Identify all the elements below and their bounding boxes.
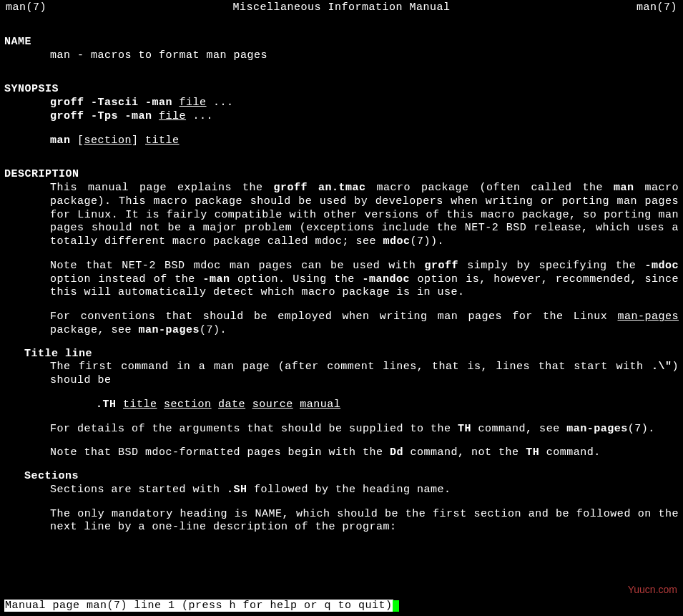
section-name-heading: NAME <box>4 36 679 49</box>
watermark-text: Yuucn.com <box>628 584 677 597</box>
desc-p2c: option instead of the <box>50 273 202 285</box>
tl-p2c: (7). <box>628 423 655 435</box>
desc-manpages-link: man-pages <box>617 311 679 323</box>
synopsis-rest-2: ... <box>186 110 213 122</box>
desc-groff-antmac: groff an.tmac <box>273 182 365 194</box>
synopsis-file-2: file <box>159 110 186 122</box>
tl-th-bold-2: TH <box>526 446 539 459</box>
desc-groff-bold: groff <box>425 260 459 272</box>
desc-manpages-ref: man-pages <box>139 324 200 336</box>
description-para-3: For conventions that should be employed … <box>4 311 679 338</box>
titleline-para-3: Note that BSD mdoc-formatted pages begin… <box>4 446 679 460</box>
th-manual: manual <box>300 399 340 411</box>
th-source: source <box>252 399 293 411</box>
sections-para-2: The only mandatory heading is NAME, whic… <box>4 508 679 535</box>
tl-dd-bold: Dd <box>390 446 403 459</box>
man-page-terminal[interactable]: man(7) Miscellaneous Information Manual … <box>0 0 683 616</box>
tl-p3b: command, not the <box>403 446 526 459</box>
header-right: man(7) <box>637 1 677 15</box>
tl-p2a: For details of the arguments that should… <box>50 423 458 435</box>
th-command-line: .TH title section date source manual <box>4 399 679 412</box>
manpage-content: man(7) Miscellaneous Information Manual … <box>0 0 683 534</box>
pager-status-text: Manual page man(7) line 1 (press h for h… <box>4 600 393 612</box>
synopsis-cmd-3: man <box>50 135 71 147</box>
desc-mdoc-ref: mdoc <box>383 235 411 248</box>
synopsis-file-1: file <box>180 97 207 109</box>
section-description-heading: DESCRIPTION <box>4 168 679 182</box>
desc-mandoc-opt: -mandoc <box>362 273 410 285</box>
section-synopsis-heading: SYNOPSIS <box>4 83 679 97</box>
tl-p2b: command, see <box>471 423 566 435</box>
desc-p2d: option. Using the <box>230 273 362 285</box>
synopsis-sp2: ] <box>132 135 145 147</box>
synopsis-cmd-1: groff -Tascii -man <box>50 97 180 109</box>
sections-para-1: Sections are started with .SH followed b… <box>4 484 679 497</box>
th-date: date <box>218 399 245 411</box>
header-left: man(7) <box>6 1 46 15</box>
sec-p1b: followed by the heading name. <box>247 484 451 496</box>
desc-p3b: package, see <box>50 324 139 336</box>
th-section: section <box>164 399 212 411</box>
synopsis-line-1: groff -Tascii -man file ... <box>4 97 679 110</box>
titleline-para-2: For details of the arguments that should… <box>4 423 679 436</box>
description-para-1: This manual page explains the groff an.t… <box>4 182 679 249</box>
synopsis-cmd-2: groff -Tps -man <box>50 110 159 122</box>
th-cmd: .TH <box>96 399 117 411</box>
tl-manpages-ref: man-pages <box>566 423 628 435</box>
synopsis-line-3: man [section] title <box>4 135 679 148</box>
header-center: Miscellaneous Information Manual <box>232 1 450 15</box>
synopsis-section: section <box>84 135 132 147</box>
synopsis-sp1: [ <box>71 135 84 147</box>
th-title: title <box>123 399 157 411</box>
desc-man-bold: man <box>614 182 634 194</box>
desc-p3a: For conventions that should be employed … <box>50 311 617 323</box>
synopsis-line-2: groff -Tps -man file ... <box>4 110 679 124</box>
tl-p3a: Note that BSD mdoc-formatted pages begin… <box>50 446 390 459</box>
name-line: man - macros to format man pages <box>4 49 679 63</box>
desc-p1d: (7)). <box>411 235 445 248</box>
desc-p3c: (7). <box>200 324 227 336</box>
sec-p1a: Sections are started with <box>50 484 227 496</box>
desc-p1a: This manual page explains the <box>50 182 273 194</box>
tl-th-bold: TH <box>458 423 471 435</box>
tl-escape: .\" <box>652 361 672 373</box>
desc-p1b: macro package (often called the <box>366 182 614 194</box>
sec-sh-bold: .SH <box>227 484 247 496</box>
subsection-titleline-heading: Title line <box>4 348 679 361</box>
synopsis-rest-1: ... <box>207 97 234 109</box>
desc-man-opt: -man <box>202 273 230 285</box>
pager-status-bar: Manual page man(7) line 1 (press h for h… <box>4 600 399 613</box>
tl-p1a: The first command in a man page (after c… <box>50 361 652 373</box>
desc-p2a: Note that NET-2 BSD mdoc man pages can b… <box>50 260 425 272</box>
synopsis-title: title <box>145 135 180 147</box>
page-header: man(7) Miscellaneous Information Manual … <box>4 1 679 15</box>
terminal-cursor <box>393 600 399 612</box>
description-para-2: Note that NET-2 BSD mdoc man pages can b… <box>4 260 679 300</box>
subsection-sections-heading: Sections <box>4 470 679 484</box>
tl-p3c: command. <box>539 446 601 459</box>
titleline-para-1: The first command in a man page (after c… <box>4 361 679 388</box>
desc-p2b: simply by specifying the <box>458 260 644 272</box>
desc-mdoc-opt: -mdoc <box>644 260 679 272</box>
